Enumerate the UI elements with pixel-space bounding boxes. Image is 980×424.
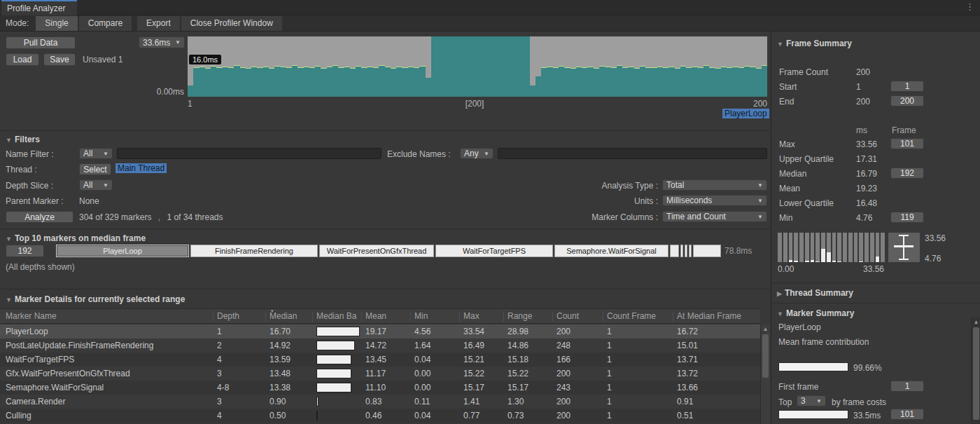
histogram-bar[interactable]	[876, 233, 880, 262]
frame-bar[interactable]	[500, 36, 506, 97]
frame-bar[interactable]	[611, 67, 617, 97]
frame-bar[interactable]	[193, 67, 199, 97]
frame-bar[interactable]	[553, 67, 559, 97]
frame-bar[interactable]	[657, 67, 663, 97]
frame-bar[interactable]	[524, 36, 529, 97]
column-divider[interactable]	[459, 312, 460, 322]
frame-bar[interactable]	[460, 36, 465, 97]
column-divider[interactable]	[603, 312, 603, 322]
column-divider[interactable]	[213, 312, 214, 322]
histogram-bar[interactable]	[870, 233, 874, 262]
scroll-up-icon[interactable]: ▲	[761, 324, 770, 334]
frame-bar[interactable]	[472, 36, 477, 97]
histogram-bar[interactable]	[848, 233, 853, 262]
frame-bar[interactable]	[454, 36, 460, 97]
frame-bar[interactable]	[327, 67, 332, 97]
frame-bar[interactable]	[686, 67, 692, 97]
frame-bar[interactable]	[298, 67, 303, 97]
frame-bar[interactable]	[379, 65, 384, 97]
top-marker-segment[interactable]: FinishFrameRendering	[190, 245, 318, 257]
range-dropdown[interactable]: 33.6ms ▼	[139, 36, 185, 48]
thread-select-button[interactable]: Select	[79, 163, 111, 175]
frame-bar[interactable]	[576, 67, 582, 97]
table-scrollbar[interactable]: ▲	[760, 324, 770, 424]
histogram-bar[interactable]	[821, 233, 825, 262]
histogram-bar[interactable]	[881, 233, 885, 262]
frame-bar[interactable]	[200, 67, 205, 97]
column-header[interactable]: Min	[414, 311, 428, 321]
frame-bar[interactable]	[541, 67, 547, 97]
frame-bar[interactable]	[292, 65, 298, 97]
close-profiler-window-button[interactable]: Close Profiler Window	[181, 16, 282, 31]
frame-bar[interactable]	[704, 65, 709, 97]
histogram-bar[interactable]	[811, 233, 815, 262]
frame-bar[interactable]	[628, 67, 634, 97]
frame-bar[interactable]	[582, 67, 587, 97]
top-marker-segment[interactable]: WaitForPresentOnGfxThread	[319, 245, 434, 257]
exclude-names-input[interactable]	[498, 148, 767, 159]
column-divider[interactable]	[410, 312, 411, 322]
frame-bar[interactable]	[605, 67, 610, 97]
frame-bar[interactable]	[449, 36, 454, 97]
column-header[interactable]: Range	[507, 311, 532, 321]
frame-bar[interactable]	[223, 67, 228, 97]
column-divider[interactable]	[361, 312, 362, 322]
frame-time-histogram[interactable]	[778, 233, 885, 262]
frame-bar[interactable]	[570, 68, 576, 97]
column-header[interactable]: Median Ba	[316, 311, 356, 321]
frame-bar[interactable]	[756, 68, 762, 97]
frame-bar[interactable]	[402, 67, 407, 97]
column-divider[interactable]	[265, 312, 266, 322]
histogram-bar[interactable]	[783, 233, 788, 262]
frame-bar[interactable]	[518, 36, 524, 97]
column-header[interactable]: Count	[556, 311, 579, 321]
column-header[interactable]: Depth	[217, 311, 239, 321]
frame-bar[interactable]	[495, 36, 500, 97]
frame-bar[interactable]	[385, 67, 391, 97]
top-marker-segment[interactable]: WaitForTargetFPS	[435, 245, 553, 257]
frame-bar[interactable]	[680, 66, 686, 97]
frame-bar[interactable]	[506, 36, 512, 97]
frame-bar[interactable]	[274, 66, 280, 97]
marker-columns-dropdown[interactable]: Time and Count▼	[662, 211, 767, 222]
cost-frame-button[interactable]: 101	[890, 409, 924, 420]
frame-bar[interactable]	[634, 68, 640, 97]
mode-compare-button[interactable]: Compare	[79, 16, 132, 31]
frame-bar[interactable]	[426, 78, 431, 97]
histogram-bar[interactable]	[789, 233, 793, 262]
frame-jump-button[interactable]: 200	[890, 95, 924, 107]
histogram-bar[interactable]	[843, 233, 847, 262]
frame-bar[interactable]	[536, 76, 541, 97]
histogram-bar[interactable]	[827, 233, 831, 262]
column-divider[interactable]	[312, 312, 313, 322]
frame-bar[interactable]	[419, 66, 425, 97]
top-marker-segment[interactable]	[680, 245, 683, 257]
top-markers-frame-button[interactable]: 192	[6, 245, 44, 257]
frame-bar[interactable]	[257, 67, 262, 97]
frame-bar[interactable]	[216, 67, 222, 97]
frame-bar[interactable]	[431, 36, 437, 97]
frame-bar[interactable]	[732, 67, 738, 97]
frame-bar[interactable]	[675, 68, 680, 97]
frame-bar[interactable]	[652, 67, 657, 97]
frame-bar[interactable]	[477, 36, 483, 97]
table-row[interactable]: PostLateUpdate.FinishFrameRendering214.9…	[0, 338, 760, 353]
frame-bar[interactable]	[559, 66, 564, 97]
thread-summary-header[interactable]: ▶Thread Summary	[777, 288, 853, 298]
frame-bar[interactable]	[744, 66, 750, 97]
marker-table-header[interactable]: Marker NameDepthMedian▾Median BaMeanMinM…	[0, 308, 760, 324]
frame-bar[interactable]	[211, 66, 216, 97]
top-marker-segment[interactable]	[693, 245, 721, 257]
frame-bar[interactable]	[269, 68, 274, 97]
frame-bar[interactable]	[622, 67, 628, 97]
tab-profile-analyzer[interactable]: Profile Analyzer	[1, 0, 77, 15]
column-header[interactable]: Max	[463, 311, 479, 321]
filters-header[interactable]: ▼Filters	[6, 135, 40, 144]
pull-data-button[interactable]: Pull Data	[6, 36, 76, 49]
frame-bar[interactable]	[338, 67, 344, 97]
thread-value-tag[interactable]: Main Thread	[115, 163, 167, 173]
histogram-bar[interactable]	[778, 233, 782, 262]
mode-single-button[interactable]: Single	[36, 16, 77, 31]
column-divider[interactable]	[552, 312, 553, 322]
frame-bar[interactable]	[512, 36, 518, 97]
